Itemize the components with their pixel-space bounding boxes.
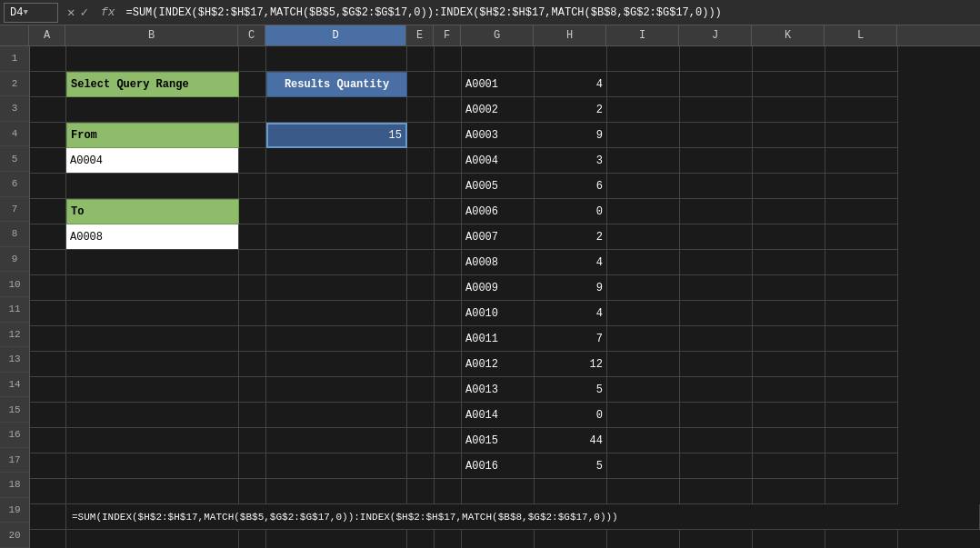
cell-i4[interactable] <box>607 123 680 148</box>
cell-b20[interactable] <box>66 530 239 548</box>
cell-f20[interactable] <box>435 530 462 548</box>
cell-g1[interactable] <box>462 46 535 72</box>
cell-e3[interactable] <box>407 97 435 123</box>
cell-l6[interactable] <box>825 174 898 199</box>
col-header-h[interactable]: H <box>534 25 606 45</box>
cell-l14[interactable] <box>825 377 898 403</box>
cell-c18[interactable] <box>239 479 266 504</box>
cell-i16[interactable] <box>607 428 680 453</box>
cell-g15[interactable]: A0014 <box>462 403 535 428</box>
col-header-e[interactable]: E <box>406 25 434 45</box>
cell-h13[interactable]: 12 <box>535 352 607 377</box>
cell-k13[interactable] <box>753 352 825 377</box>
cell-c2[interactable] <box>239 72 266 97</box>
cell-c6[interactable] <box>239 174 266 199</box>
cell-d16[interactable] <box>266 428 407 453</box>
cell-f3[interactable] <box>435 97 462 123</box>
cell-h15[interactable]: 0 <box>535 403 607 428</box>
cell-b13[interactable] <box>66 352 239 377</box>
cell-j10[interactable] <box>680 275 753 301</box>
cell-j7[interactable] <box>680 199 753 224</box>
cell-h18[interactable] <box>535 479 607 504</box>
cell-i6[interactable] <box>607 174 680 199</box>
cell-b7-to-label[interactable]: To <box>66 199 239 224</box>
cell-f7[interactable] <box>435 199 462 224</box>
cell-k8[interactable] <box>753 224 825 250</box>
cell-g17[interactable]: A0016 <box>462 453 535 479</box>
cell-j14[interactable] <box>680 377 753 403</box>
cell-d9[interactable] <box>266 250 407 275</box>
cell-b3[interactable] <box>66 97 239 123</box>
cell-g9[interactable]: A0008 <box>462 250 535 275</box>
cell-l20[interactable] <box>825 530 898 548</box>
cell-a11[interactable] <box>30 301 66 326</box>
cell-b15[interactable] <box>66 403 239 428</box>
cell-b17[interactable] <box>66 453 239 479</box>
cell-a14[interactable] <box>30 377 66 403</box>
cell-a4[interactable] <box>30 123 66 148</box>
cell-g11[interactable]: A0010 <box>462 301 535 326</box>
cell-j11[interactable] <box>680 301 753 326</box>
cell-h9[interactable]: 4 <box>535 250 607 275</box>
cell-d18[interactable] <box>266 479 407 504</box>
cell-d14[interactable] <box>266 377 407 403</box>
cell-i10[interactable] <box>607 275 680 301</box>
cell-b18[interactable] <box>66 479 239 504</box>
cell-c12[interactable] <box>239 326 266 352</box>
cell-f14[interactable] <box>435 377 462 403</box>
cell-f15[interactable] <box>435 403 462 428</box>
cell-k4[interactable] <box>753 123 825 148</box>
col-header-g[interactable]: G <box>461 25 534 45</box>
cell-h17[interactable]: 5 <box>535 453 607 479</box>
cell-l11[interactable] <box>825 301 898 326</box>
cell-a16[interactable] <box>30 428 66 453</box>
cell-b14[interactable] <box>66 377 239 403</box>
cell-l12[interactable] <box>825 326 898 352</box>
cell-e4[interactable] <box>407 123 435 148</box>
cell-d17[interactable] <box>266 453 407 479</box>
cell-j15[interactable] <box>680 403 753 428</box>
cell-l17[interactable] <box>825 453 898 479</box>
cell-g10[interactable]: A0009 <box>462 275 535 301</box>
cell-g7[interactable]: A0006 <box>462 199 535 224</box>
cell-f5[interactable] <box>435 148 462 174</box>
cell-k3[interactable] <box>753 97 825 123</box>
cell-g4[interactable]: A0003 <box>462 123 535 148</box>
cell-k1[interactable] <box>753 46 825 72</box>
cell-c7[interactable] <box>239 199 266 224</box>
cell-b8-to-value[interactable]: A0008 <box>66 224 239 250</box>
cell-a19[interactable] <box>30 504 66 530</box>
cell-f17[interactable] <box>435 453 462 479</box>
cell-a17[interactable] <box>30 453 66 479</box>
cell-k9[interactable] <box>753 250 825 275</box>
cell-h11[interactable]: 4 <box>535 301 607 326</box>
cell-a13[interactable] <box>30 352 66 377</box>
cell-k12[interactable] <box>753 326 825 352</box>
cell-i1[interactable] <box>607 46 680 72</box>
cell-l1[interactable] <box>825 46 898 72</box>
cell-j20[interactable] <box>680 530 753 548</box>
cell-k18[interactable] <box>753 479 825 504</box>
cell-a20[interactable] <box>30 530 66 548</box>
cell-d12[interactable] <box>266 326 407 352</box>
cell-reference-box[interactable]: D4 ▼ <box>4 3 58 23</box>
cell-i13[interactable] <box>607 352 680 377</box>
cell-d11[interactable] <box>266 301 407 326</box>
cell-h20[interactable] <box>535 530 607 548</box>
col-header-d[interactable]: D <box>265 25 406 45</box>
cell-i5[interactable] <box>607 148 680 174</box>
cell-j4[interactable] <box>680 123 753 148</box>
cell-d6[interactable] <box>266 174 407 199</box>
cell-h14[interactable]: 5 <box>535 377 607 403</box>
cell-g14[interactable]: A0013 <box>462 377 535 403</box>
cell-l8[interactable] <box>825 224 898 250</box>
cancel-formula-icon[interactable]: ✕ <box>65 5 76 20</box>
cell-l2[interactable] <box>825 72 898 97</box>
cell-h2-val[interactable]: 4 <box>535 72 607 97</box>
cell-e10[interactable] <box>407 275 435 301</box>
cell-e16[interactable] <box>407 428 435 453</box>
col-header-l[interactable]: L <box>825 25 897 45</box>
cell-k16[interactable] <box>753 428 825 453</box>
cell-k20[interactable] <box>753 530 825 548</box>
cell-e17[interactable] <box>407 453 435 479</box>
